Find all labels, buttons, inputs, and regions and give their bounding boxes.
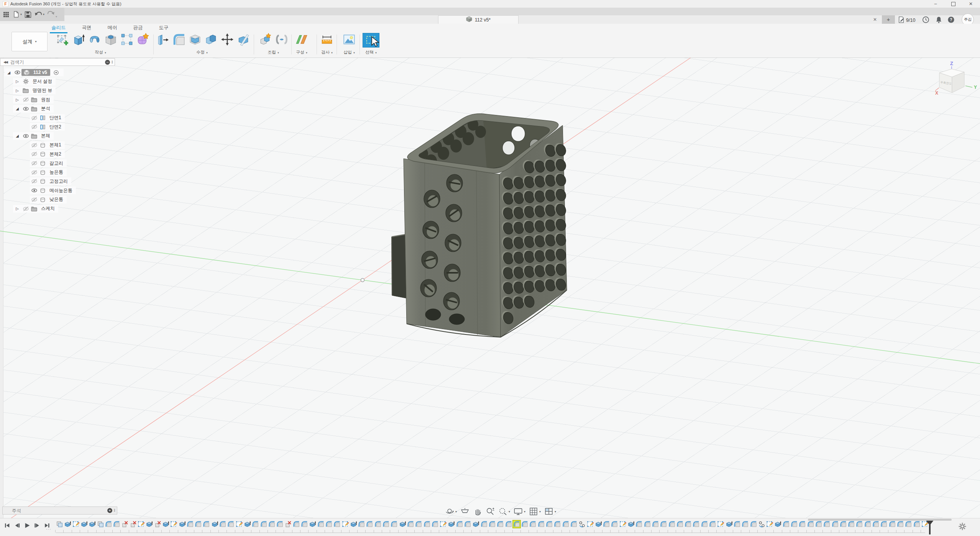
timeline-feature-extrude-16[interactable]	[179, 521, 185, 528]
timeline-feature-fillet-104[interactable]	[897, 521, 904, 528]
document-tab[interactable]: 112 v5*	[438, 15, 519, 24]
timeline-feature-fillet-61[interactable]	[546, 521, 553, 528]
timeline-feature-fillet-93[interactable]	[807, 521, 814, 528]
rectangular-pattern-tool[interactable]	[120, 33, 133, 47]
panel-handle[interactable]: ‖	[112, 60, 113, 64]
visibility-eye-icon[interactable]	[21, 105, 30, 113]
timeline-feature-extrude-49[interactable]	[448, 521, 455, 528]
timeline-feature-fillet-60[interactable]	[538, 521, 545, 528]
extrude-tool[interactable]	[72, 33, 85, 47]
help-icon[interactable]: ?	[947, 16, 955, 23]
orbit-icon[interactable]: ▾	[445, 506, 457, 516]
timeline-step-forward-button[interactable]	[34, 522, 40, 530]
ribbon-tab-3[interactable]: 메쉬	[106, 24, 119, 32]
timeline-feature-fillet-100[interactable]	[864, 521, 871, 528]
timeline-feature-fillet-26[interactable]	[260, 521, 267, 528]
timeline-feature-fillet-78[interactable]	[685, 521, 691, 528]
timeline-feature-fillet-76[interactable]	[668, 521, 675, 528]
timeline-feature-fillet-33[interactable]	[317, 521, 324, 528]
timeline-feature-fillet-90[interactable]	[783, 521, 790, 528]
notifications-icon[interactable]	[935, 16, 942, 23]
tree-row-명명된 뷰[interactable]: ▷명명된 뷰	[13, 87, 56, 94]
tree-row-낮은통[interactable]: 낮은통	[30, 196, 67, 203]
timeline-feature-fillet-25[interactable]	[252, 521, 259, 528]
display-settings-icon[interactable]: ▾	[513, 506, 526, 516]
visibility-eye-icon[interactable]	[13, 69, 21, 76]
new-component-tool[interactable]	[259, 33, 272, 47]
timeline-feature-fillet-69[interactable]	[611, 521, 618, 528]
timeline-feature-extrude-2[interactable]	[64, 521, 71, 528]
search-input[interactable]	[10, 59, 105, 65]
new-document-tab-button[interactable]: +	[882, 15, 895, 24]
job-status-icon[interactable]	[922, 16, 929, 23]
tree-row-단면1[interactable]: 단면1	[30, 114, 65, 122]
visibility-eye-icon[interactable]	[21, 96, 30, 103]
tree-row-스케치[interactable]: ▷스케치	[13, 205, 58, 213]
timeline-feature-pattern-65[interactable]	[578, 521, 585, 528]
timeline-feature-plane-1[interactable]	[56, 521, 63, 528]
timeline-feature-fillet-27[interactable]	[268, 521, 275, 528]
timeline-play-button[interactable]	[24, 522, 30, 530]
timeline-feature-fillet-72[interactable]	[635, 521, 642, 528]
timeline-feature-fillet-18[interactable]	[195, 521, 202, 528]
expander-open-icon[interactable]: ◢	[13, 132, 21, 140]
undo-icon[interactable]: ▾	[34, 11, 44, 18]
timeline-feature-fillet-68[interactable]	[603, 521, 610, 528]
timeline-skip-start-button[interactable]	[4, 522, 10, 530]
timeline-feature-sketch-15[interactable]	[170, 521, 177, 528]
timeline-feature-fillet-59[interactable]	[529, 521, 536, 528]
timeline-feature-fillet-74[interactable]	[652, 521, 659, 528]
timeline-feature-suppress-13[interactable]	[154, 521, 161, 528]
tree-row-높은통[interactable]: 높은통	[30, 169, 67, 176]
timeline-feature-fillet-64[interactable]	[570, 521, 577, 528]
timeline-feature-sketch-11[interactable]	[138, 521, 144, 528]
ribbon-tab-1[interactable]: 솔리드	[50, 24, 67, 33]
file-icon[interactable]: ▾	[12, 11, 22, 18]
timeline-feature-fillet-55[interactable]	[497, 521, 504, 528]
timeline-feature-extrude-43[interactable]	[399, 521, 406, 528]
timeline-feature-sketch-36[interactable]	[342, 521, 349, 528]
comment-handle[interactable]: ‖	[114, 508, 115, 513]
timeline-feature-fillet-51[interactable]	[464, 521, 471, 528]
tree-row-갈고리[interactable]: 갈고리	[30, 159, 67, 167]
timeline-position-marker[interactable]	[925, 519, 935, 535]
timeline-feature-fillet-41[interactable]	[382, 521, 389, 528]
visibility-eye-icon[interactable]	[30, 114, 38, 122]
timeline-feature-fillet-42[interactable]	[391, 521, 397, 528]
timeline-feature-fillet-99[interactable]	[856, 521, 863, 528]
timeline-feature-extrude-32[interactable]	[309, 521, 316, 528]
fillet-tool[interactable]	[172, 33, 185, 47]
visibility-eye-icon[interactable]	[30, 177, 38, 185]
timeline-feature-plane-6[interactable]	[97, 521, 104, 528]
timeline-feature-extrude-89[interactable]	[774, 521, 781, 528]
timeline-feature-extrude-52[interactable]	[472, 521, 479, 528]
timeline-feature-fillet-81[interactable]	[709, 521, 716, 528]
close-button[interactable]: ✕	[964, 0, 977, 8]
joint-tool[interactable]	[275, 33, 288, 47]
timeline-feature-extrude-71[interactable]	[627, 521, 634, 528]
timeline-feature-fillet-106[interactable]	[913, 521, 920, 528]
collapse-panel-icon[interactable]: ◀◀	[0, 60, 10, 64]
timeline-feature-fillet-58[interactable]	[521, 521, 528, 528]
tree-row-본체[interactable]: ◢본체	[13, 132, 54, 140]
save-icon[interactable]	[24, 11, 32, 18]
timeline-feature-suppress-9[interactable]	[121, 521, 128, 528]
timeline-feature-extrude-37[interactable]	[350, 521, 357, 528]
timeline-feature-extrude-12[interactable]	[146, 521, 153, 528]
timeline-feature-sketch-48[interactable]	[440, 521, 446, 528]
timeline-feature-fillet-50[interactable]	[456, 521, 463, 528]
timeline-feature-fillet-45[interactable]	[415, 521, 422, 528]
timeline-feature-sketch-66[interactable]	[587, 521, 594, 528]
maximize-button[interactable]	[947, 0, 960, 8]
timeline-feature-fillet-75[interactable]	[660, 521, 667, 528]
group-label-7[interactable]: 선택 ▾	[365, 49, 377, 55]
timeline-feature-extrude-83[interactable]	[726, 521, 732, 528]
timeline-feature-fillet-92[interactable]	[799, 521, 806, 528]
timeline-step-back-button[interactable]	[14, 522, 20, 530]
tree-row-문서 설정[interactable]: ▷문서 설정	[13, 78, 56, 85]
group-label-4[interactable]: 구성 ▾	[296, 49, 307, 55]
add-comment-icon[interactable]: +	[107, 508, 112, 513]
expander-closed-icon[interactable]: ▷	[13, 205, 21, 213]
group-label-1[interactable]: 작성 ▾	[95, 49, 106, 55]
visibility-eye-icon[interactable]	[30, 150, 38, 158]
